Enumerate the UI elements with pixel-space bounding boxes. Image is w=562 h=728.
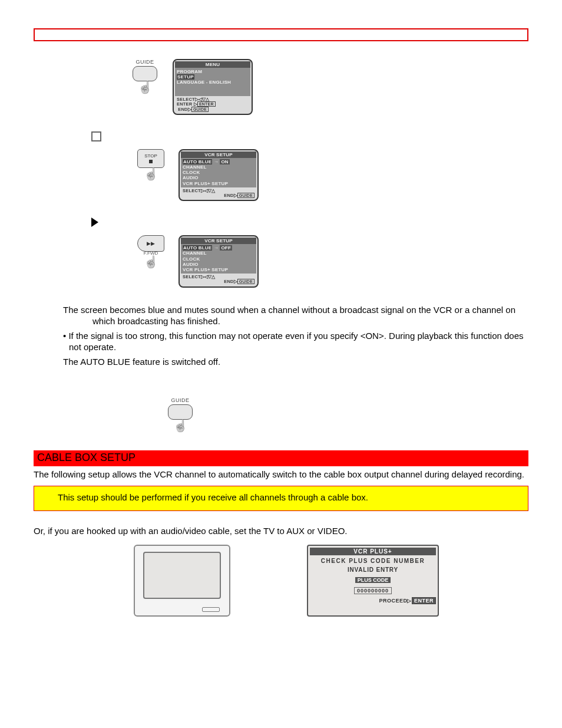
menu-item: AUDIO	[183, 175, 254, 180]
menu-item: SETUP	[177, 74, 249, 80]
osd-vcr-setup-on: VCR SETUP AUTO BLUE → ON CHANNEL CLOCK A…	[178, 149, 259, 201]
ffwd-key-icon: ▶▶	[137, 235, 164, 252]
notes-line3: The AUTO BLUE feature is switched off.	[63, 356, 528, 367]
osd-body: AUTO BLUE → ON CHANNEL CLOCK AUDIO VCR P…	[181, 158, 256, 187]
pluscode-row2: INVALID ENTRY	[310, 566, 436, 573]
remote-ffwd-button: ▶▶ F.FWD ☝	[134, 235, 168, 269]
aux-line: Or, if you are hooked up with an audio/v…	[34, 525, 528, 536]
osd-footer: SELECT▷◁▽△ ENTER ▷ENTER END▷GUIDE	[175, 96, 250, 113]
menu-item-selected: AUTO BLUE → ON	[183, 159, 254, 164]
remote-guide-button-2: GUIDE ☝	[163, 397, 197, 433]
osd-vcr-setup-off: VCR SETUP AUTO BLUE → OFF CHANNEL CLOCK …	[178, 235, 259, 287]
red-title-bar	[34, 28, 528, 41]
remote-stop-button: STOP ☝	[134, 149, 168, 181]
osd-footer: SELECT▷◁▽△ END▷GUIDE	[181, 274, 256, 285]
pluscode-digits: 000000000	[354, 587, 392, 594]
tv-figure-row: 1 VCR PLUS+ CHECK PLUS CODE NUMBER INVAL…	[134, 545, 528, 617]
remote-guide-button: GUIDE ☝	[128, 59, 162, 94]
osd-title: VCR SETUP	[181, 151, 256, 158]
yellow-note-text: This setup should be performed if you re…	[58, 492, 368, 502]
notes-bullet: • If the signal is too strong, this func…	[69, 330, 528, 353]
menu-item-selected: AUTO BLUE → OFF	[183, 245, 254, 251]
menu-item: PROGRAM	[177, 69, 249, 74]
remote-guide-label: GUIDE	[135, 59, 154, 65]
stop-key-icon: STOP	[137, 149, 164, 168]
osd-footer: SELECT▷◁▽△ END▷GUIDE	[181, 187, 256, 199]
pluscode-osd: VCR PLUS+ CHECK PLUS CODE NUMBER INVALID…	[307, 545, 439, 617]
pluscode-footer: PROCEED▷ENTER	[310, 598, 436, 604]
menu-item: CLOCK	[183, 256, 254, 262]
guide-key-icon	[133, 66, 157, 81]
osd-title: VCR SETUP	[181, 238, 256, 244]
stop-mark-icon	[91, 131, 101, 143]
yellow-note: This setup should be performed if you re…	[34, 486, 528, 511]
hand-icon: ☝	[144, 255, 158, 269]
pluscode-row1: CHECK PLUS CODE NUMBER	[310, 558, 436, 564]
osd-menu: MENU PROGRAM SETUP LANGUAGE - ENGLISH SE…	[173, 59, 253, 115]
hand-icon: ☝	[144, 167, 158, 181]
notes-paragraph: The screen becomes blue and mutes sound …	[63, 304, 528, 327]
hand-icon: ☝	[138, 80, 153, 94]
play-mark-icon	[91, 218, 98, 229]
menu-item: VCR PLUS+ SETUP	[183, 181, 254, 186]
menu-item: AUDIO	[183, 262, 254, 267]
menu-item: VCR PLUS+ SETUP	[183, 267, 254, 272]
step-2: STOP ☝ VCR SETUP AUTO BLUE → ON CHANNEL …	[34, 131, 528, 201]
hand-icon: ☝	[173, 419, 188, 433]
menu-item: CLOCK	[183, 170, 254, 175]
pluscode-label: PLUS CODE	[355, 577, 391, 583]
guide-label: GUIDE	[171, 397, 189, 403]
step-1: GUIDE ☝ MENU PROGRAM SETUP LANGUAGE - EN…	[34, 59, 528, 115]
pluscode-title: VCR PLUS+	[310, 548, 436, 555]
section-heading: CABLE BOX SETUP	[34, 450, 528, 466]
menu-item: LANGUAGE - ENGLISH	[177, 80, 249, 85]
osd-menu-body: PROGRAM SETUP LANGUAGE - ENGLISH	[175, 68, 250, 96]
tv-icon	[134, 545, 230, 617]
step-3: ▶▶ F.FWD ☝ VCR SETUP AUTO BLUE → OFF CHA…	[34, 218, 528, 287]
section-body: The following setup allows the VCR chann…	[34, 469, 528, 480]
page: GUIDE ☝ MENU PROGRAM SETUP LANGUAGE - EN…	[34, 28, 528, 617]
osd-menu-title: MENU	[175, 61, 250, 68]
guide-key-icon	[168, 404, 193, 420]
menu-item: CHANNEL	[183, 164, 254, 170]
osd-body: AUTO BLUE → OFF CHANNEL CLOCK AUDIO VCR …	[181, 244, 256, 274]
menu-item: CHANNEL	[183, 251, 254, 256]
